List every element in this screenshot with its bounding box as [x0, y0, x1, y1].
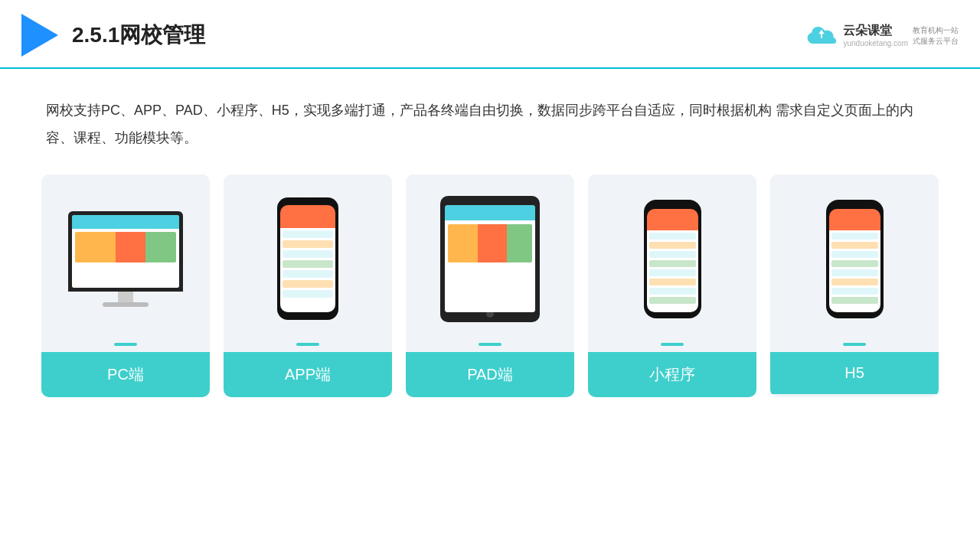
logo-triangle-icon	[21, 14, 58, 57]
description-body: 网校支持PC、APP、PAD、小程序、H5，实现多端打通，产品各终端自由切换，数…	[46, 103, 913, 145]
card-app-image	[224, 174, 392, 343]
card-pc-image	[41, 174, 210, 343]
card-h5-label: H5	[770, 352, 939, 394]
card-dot	[843, 343, 866, 346]
header-right: 云朵课堂 yunduoketang.com 教育机构一站式服务云平台	[805, 23, 959, 47]
card-pad: PAD端	[406, 174, 574, 397]
phone-icon	[277, 197, 338, 320]
card-app-label: APP端	[224, 352, 392, 397]
card-dot	[479, 343, 501, 346]
h5-phone-icon	[826, 200, 884, 318]
tablet-icon	[440, 196, 540, 322]
card-dot	[114, 343, 137, 346]
cards-section: PC端 APP端	[0, 167, 980, 397]
card-miniapp-label: 小程序	[588, 352, 756, 397]
header: 2.5.1网校管理 云朵课堂 yunduoketang.com 教育机构一站式服…	[0, 0, 980, 69]
brand-name: 云朵课堂	[843, 23, 908, 39]
card-app: APP端	[224, 174, 392, 397]
brand-logo: 云朵课堂 yunduoketang.com 教育机构一站式服务云平台	[805, 23, 959, 47]
card-h5: H5	[770, 174, 939, 397]
card-dot	[296, 343, 319, 346]
brand-url: yunduoketang.com	[843, 39, 908, 47]
card-pc: PC端	[41, 174, 210, 397]
brand-slogan: 教育机构一站式服务云平台	[913, 25, 959, 47]
header-left: 2.5.1网校管理	[21, 14, 205, 57]
card-miniapp: 小程序	[588, 174, 756, 397]
cloud-icon	[805, 24, 838, 47]
card-dot	[661, 343, 684, 346]
card-pad-label: PAD端	[406, 352, 574, 397]
card-pad-image	[406, 174, 574, 343]
page-title: 2.5.1网校管理	[72, 21, 205, 50]
brand-name-group: 云朵课堂 yunduoketang.com	[843, 23, 908, 47]
card-pc-label: PC端	[41, 352, 210, 397]
card-h5-image	[770, 174, 939, 343]
card-miniapp-image	[588, 174, 756, 343]
description-text: 网校支持PC、APP、PAD、小程序、H5，实现多端打通，产品各终端自由切换，数…	[0, 69, 980, 167]
mini-phone-icon	[644, 200, 701, 318]
pc-monitor-icon	[68, 211, 183, 307]
